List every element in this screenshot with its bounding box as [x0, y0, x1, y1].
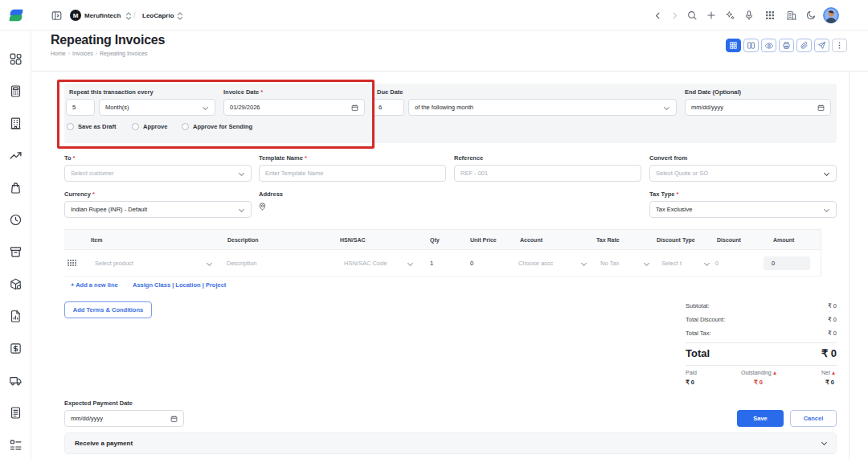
trending-up-icon[interactable] [9, 149, 23, 162]
send-button[interactable] [814, 39, 829, 52]
columns-button[interactable] [743, 39, 759, 52]
to-label: To* [64, 154, 76, 162]
paid-value: ₹ 0 [686, 379, 694, 386]
radio-approve[interactable]: Approve [132, 123, 167, 130]
reference-input[interactable]: REF - 001 [454, 165, 641, 182]
discount-type-select[interactable]: Select t [661, 250, 682, 277]
money-icon[interactable] [9, 342, 23, 355]
add-new-line-link[interactable]: + Add a new line [71, 281, 118, 289]
invoice-date-input[interactable]: 01/29/2026 [223, 99, 365, 116]
drag-handle-icon[interactable] [68, 260, 77, 267]
total-discount-label: Total Discount: [686, 316, 725, 323]
organization-icon[interactable] [785, 9, 798, 22]
package-icon[interactable] [9, 277, 23, 291]
clock-icon[interactable] [9, 213, 23, 227]
project-expand-icon[interactable] [174, 10, 186, 23]
col-discount: Discount [717, 230, 741, 251]
calendar-icon [817, 104, 825, 112]
subtotal-value: ₹ 0 [828, 302, 837, 309]
breadcrumb-invoices[interactable]: Invoices [72, 51, 93, 56]
due-interval-input[interactable]: 6 [372, 99, 404, 116]
shopping-bag-icon[interactable] [9, 181, 23, 195]
radio-approve-for-sending[interactable]: Approve for Sending [182, 123, 252, 130]
template-name-input[interactable]: Enter Template Name [259, 165, 446, 182]
discount-input[interactable]: 0 [715, 250, 719, 277]
workspace-avatar-letter: M [73, 12, 79, 19]
eye-icon [764, 41, 774, 51]
app-logo [7, 6, 25, 24]
address-pin-icon[interactable] [258, 202, 267, 211]
address-label: Address [259, 191, 283, 198]
attach-button[interactable] [796, 39, 812, 52]
history-back-icon[interactable] [651, 9, 664, 22]
chevron-down-icon [239, 170, 244, 176]
currency-select[interactable]: Indian Rupee (INR) - Default [64, 201, 252, 218]
cancel-button[interactable]: Cancel [790, 410, 837, 427]
document-icon[interactable] [9, 406, 23, 420]
calendar-icon [351, 104, 358, 112]
user-avatar[interactable] [823, 7, 839, 23]
qty-input[interactable]: 1 [430, 250, 433, 277]
assign-class-location-project-link[interactable]: Assign Class | Location | Project [133, 281, 226, 289]
expected-payment-date-input[interactable]: mm/dd/yyyy [64, 410, 184, 427]
building-icon[interactable] [9, 117, 23, 130]
repeat-interval-input[interactable]: 5 [66, 99, 95, 116]
calculator-icon[interactable] [9, 84, 23, 98]
unit-price-input[interactable]: 0 [470, 250, 473, 277]
print-button[interactable] [779, 39, 794, 52]
truck-icon[interactable] [9, 374, 23, 387]
chevron-down-icon [581, 260, 587, 266]
project-name[interactable]: LeoCaprio [142, 12, 174, 19]
total-discount-row: Total Discount: ₹ 0 [686, 316, 837, 323]
add-terms-button[interactable]: Add Terms & Conditions [64, 301, 152, 318]
file-chart-icon[interactable] [9, 309, 23, 323]
ai-sparkles-icon[interactable] [723, 9, 736, 22]
outstanding-value: ₹ 0 [754, 379, 763, 386]
to-customer-select[interactable]: Select customer [64, 165, 252, 182]
receive-payment-section[interactable]: Receive a payment [64, 432, 837, 454]
end-date-input[interactable]: mm/dd/yyyy [685, 99, 831, 116]
net-value: ₹ 0 [825, 379, 834, 386]
template-name-label: Template Name* [259, 154, 307, 162]
convert-from-select[interactable]: Select Quote or SO [649, 165, 837, 182]
search-icon[interactable] [686, 9, 698, 22]
tax-rate-select[interactable]: No Tax [600, 250, 619, 277]
outstanding-label[interactable]: Outstanding [741, 370, 776, 375]
total-tax-value: ₹ 0 [828, 330, 837, 337]
workspace-name[interactable]: Merufintech [84, 12, 121, 19]
net-label[interactable]: Net [821, 370, 835, 375]
preview-button[interactable] [761, 39, 776, 52]
due-unit-select[interactable]: of the following month [408, 99, 677, 116]
chevron-down-icon [203, 105, 208, 110]
description-input[interactable]: Description [227, 250, 257, 277]
breadcrumb-home[interactable]: Home [51, 51, 66, 56]
apps-grid-icon[interactable] [764, 9, 776, 22]
breadcrumb: Home›Invoices›Repeating Invoices [51, 51, 148, 56]
columns-icon [747, 41, 755, 50]
total-tax-row: Total Tax: ₹ 0 [686, 330, 837, 337]
required-asterisk: * [260, 88, 263, 96]
archive-icon[interactable] [9, 245, 23, 259]
expected-payment-date-label: Expected Payment Date [64, 400, 133, 407]
layout-button[interactable] [726, 39, 741, 52]
chevron-down-icon [664, 105, 669, 110]
repeat-unit-select[interactable]: Month(s) [99, 99, 215, 116]
voice-mic-icon[interactable] [743, 9, 755, 22]
item-select[interactable]: Select product [95, 250, 133, 277]
sidebar-toggle-icon[interactable] [50, 9, 63, 22]
hsn-select[interactable]: HSN/SAC Code [344, 250, 387, 277]
chevron-down-icon [644, 260, 649, 266]
add-icon[interactable] [705, 9, 718, 22]
dashboard-icon[interactable] [9, 52, 23, 66]
more-options-button[interactable] [832, 39, 847, 52]
app-root: M Merufintech / LeoCaprio [0, 0, 868, 459]
dark-mode-moon-icon[interactable] [805, 9, 817, 22]
save-button[interactable]: Save [737, 410, 784, 427]
checklist-icon[interactable] [9, 438, 23, 452]
account-select[interactable]: Choose accc [518, 250, 553, 277]
tax-type-select[interactable]: Tax Exclusive [649, 201, 837, 218]
radio-save-as-draft[interactable]: Save as Draft [67, 123, 117, 130]
history-forward-icon[interactable] [668, 9, 681, 22]
sort-up-icon [773, 371, 776, 375]
convert-from-label: Convert from [649, 154, 687, 162]
